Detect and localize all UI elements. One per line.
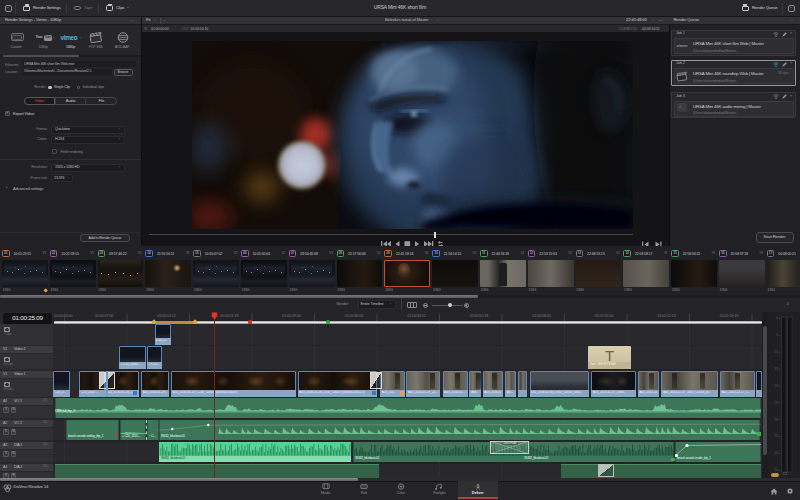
svg-text:0: 0: [776, 316, 778, 320]
svg-text:15: 15: [774, 367, 778, 371]
svg-text:5: 5: [776, 333, 778, 337]
svg-text:30: 30: [774, 418, 778, 422]
svg-text:35: 35: [774, 434, 778, 438]
svg-text:25: 25: [774, 401, 778, 405]
svg-text:20: 20: [774, 384, 778, 388]
svg-text:10: 10: [774, 350, 778, 354]
svg-text:40: 40: [774, 451, 778, 455]
svg-text:50: 50: [774, 468, 778, 472]
